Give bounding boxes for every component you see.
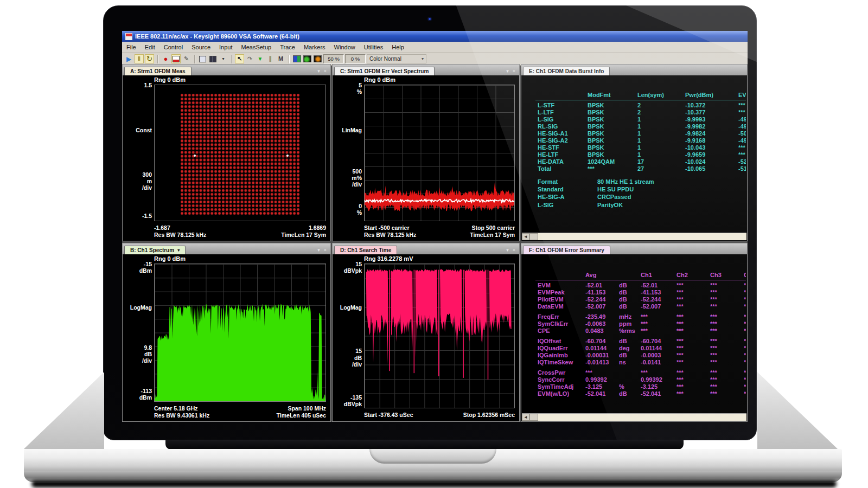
panel-ch1-spectrum: B: Ch1 Spectrum ▾ ▾ × Rng 0 dBm -15 dBm … — [122, 243, 331, 422]
y-axis-scale-label: 15 dB /div — [334, 348, 362, 367]
menu-item-help[interactable]: Help — [387, 43, 409, 51]
play-icon[interactable]: ▶ — [124, 54, 133, 63]
coupled-markers-icon[interactable]: ∥ — [266, 54, 275, 63]
col-modfmt: ModFmt — [588, 92, 637, 99]
tab-ch1-spectrum[interactable]: B: Ch1 Spectrum ▾ — [124, 246, 186, 254]
table-row: IQQuadErr0.01144deg0.01144********* — [538, 345, 746, 352]
y-axis-trace-format: LogMag — [124, 304, 152, 311]
tab-ofdm-meas[interactable]: A: Strm1 OFDM Meas — [124, 67, 192, 75]
threshold-percent-field[interactable]: 0 % — [345, 54, 366, 63]
info-row: L-SIGParityOK — [538, 201, 746, 209]
col-ch1: Ch1 — [641, 272, 676, 279]
header-underline — [535, 280, 746, 280]
menu-item-utilities[interactable]: Utilities — [360, 43, 387, 51]
timelen-label: TimeLen 17 Sym — [470, 232, 515, 239]
app-icon — [125, 33, 132, 40]
color-mode-select[interactable]: Color Normal ▾ — [367, 54, 426, 63]
error-vector-trace — [365, 85, 514, 221]
scrollbar-track[interactable] — [538, 233, 746, 240]
table-row: IQGainImb-0.00031dB-0.0003********* — [538, 352, 746, 359]
panel-d-tabbar: D: Ch1 Search Time ▾ × — [333, 243, 519, 254]
menu-item-source[interactable]: Source — [187, 43, 215, 51]
grid-display-dropdown-icon[interactable]: ▾ — [219, 54, 228, 63]
error-vector-plot[interactable] — [364, 85, 515, 221]
range-readout: Rng 0 dBm — [154, 255, 186, 262]
spectrum-plot[interactable] — [154, 264, 326, 402]
laptop-hinge — [165, 440, 684, 450]
constellation-plot[interactable] — [154, 85, 326, 221]
tab-ch1-search-time[interactable]: D: Ch1 Search Time — [334, 246, 397, 254]
colormap-dark-green-icon[interactable] — [303, 54, 312, 63]
panel-menu-icon[interactable]: ▾ — [317, 247, 320, 253]
panel-menu-icon[interactable]: ▾ — [506, 68, 509, 74]
marker-triangle-icon[interactable]: ▼ — [256, 54, 265, 63]
table-row: CPE0.0483%rms************ — [538, 328, 746, 335]
close-icon[interactable]: × — [513, 247, 515, 253]
tab-data-burst-info[interactable]: E: Ch1 OFDM Data Burst Info — [523, 67, 610, 75]
panel-menu-icon[interactable]: ▾ — [317, 68, 320, 74]
marker-m-icon[interactable]: M — [276, 54, 285, 63]
table-row: L-STFBPSK2-10.372*** — [538, 102, 746, 109]
horizontal-scrollbar[interactable]: ◄ — [522, 413, 746, 421]
scrollbar-thumb[interactable] — [529, 414, 538, 421]
horizontal-scrollbar[interactable]: ◄ — [522, 233, 746, 240]
table-row: HE-SIG-A2BPSK1-9.9168-49 — [538, 137, 746, 144]
restart-icon[interactable]: ↻ — [145, 54, 154, 63]
y-axis-top-label: 15 dBVpk — [334, 261, 362, 274]
color-mode-value: Color Normal — [369, 56, 401, 62]
panel-b-content: Rng 0 dBm -15 dBm LogMag 9.8 dB /div -11… — [123, 254, 330, 421]
table-row: EVM(w/LO)-52.041dB-52.041********* — [538, 390, 746, 397]
data-burst-table: ModFmt Len(sym) Pwr(dBm) EV L-STFBPSK2-1… — [538, 92, 746, 209]
menu-item-window[interactable]: Window — [330, 43, 360, 51]
trigger-icon[interactable] — [171, 54, 181, 63]
menu-item-input[interactable]: Input — [215, 43, 237, 51]
single-display-icon[interactable] — [198, 54, 207, 63]
menu-item-control[interactable]: Control — [159, 43, 187, 51]
table-row: Total***27-10.065-51 — [538, 165, 746, 172]
close-icon[interactable]: × — [324, 68, 327, 74]
tab-ofdm-error-summary[interactable]: F: Ch1 OFDM Error Summary — [523, 246, 610, 254]
range-readout: Rng 0 dBm — [364, 76, 395, 83]
scrollbar-track[interactable] — [538, 414, 746, 421]
close-icon[interactable]: × — [324, 247, 327, 253]
intensity-percent-field[interactable]: 50 % — [323, 54, 344, 63]
search-time-plot[interactable] — [364, 264, 515, 408]
menu-item-markers[interactable]: Markers — [299, 43, 330, 51]
pilot-point — [194, 155, 196, 157]
record-icon[interactable]: ● — [161, 54, 170, 63]
panel-c-content: Rng 0 dBm 5 % LinMag 500 m% /div 0 % Sta… — [333, 75, 519, 241]
menu-item-file[interactable]: File — [122, 43, 141, 51]
panel-a-tabbar: A: Strm1 OFDM Meas ▾ × — [123, 65, 330, 75]
col-ch3: Ch3 — [710, 272, 744, 279]
scrollbar-thumb[interactable] — [529, 233, 538, 240]
panel-d-buttons: ▾ × — [502, 247, 519, 254]
close-icon[interactable]: × — [513, 68, 515, 74]
table-row: SymClkErr-0.0063ppm************ — [538, 320, 746, 328]
col-len-sym: Len(sym) — [637, 92, 685, 99]
panel-b-tabbar: B: Ch1 Spectrum ▾ ▾ × — [123, 243, 330, 254]
panel-c-tabbar: C: Strm1 OFDM Err Vect Spectrum ▾ × — [333, 65, 519, 75]
col-ch4: C — [744, 272, 746, 279]
pan-icon[interactable]: ↷ — [245, 54, 254, 63]
toolbar-separator — [289, 55, 289, 63]
panel-menu-icon[interactable]: ▾ — [506, 247, 509, 253]
vsa-application-window: IEEE 802.11n/ac/ax - Keysight 89600 VSA … — [122, 31, 748, 422]
error-summary-table: Avg Ch1 Ch2 Ch3 C EVM-52.01dB-52.01*****… — [538, 272, 746, 397]
tab-err-vect-spectrum[interactable]: C: Strm1 OFDM Err Vect Spectrum — [334, 67, 435, 75]
table-row: IQTimeSkew-0.01413ns-0.0141********* — [538, 359, 746, 366]
toolbar-separator — [157, 55, 158, 63]
edit-marker-icon[interactable]: ✎ — [182, 54, 191, 63]
menu-item-meassetup[interactable]: MeasSetup — [237, 43, 276, 51]
pause-icon[interactable]: Ⅱ — [135, 54, 144, 63]
menu-item-edit[interactable]: Edit — [141, 43, 159, 51]
y-axis-top-label: -15 dBm — [124, 261, 152, 274]
menu-item-trace[interactable]: Trace — [276, 43, 299, 51]
x-axis-labels: Start -500 carrierStop 500 carrier Res B… — [364, 224, 515, 239]
scroll-left-icon[interactable]: ◄ — [522, 414, 529, 421]
colormap-dark-orange-icon[interactable] — [313, 54, 322, 63]
scroll-left-icon[interactable]: ◄ — [522, 233, 529, 240]
col-ch2: Ch2 — [676, 272, 710, 279]
select-cursor-icon[interactable]: ↖ — [235, 54, 244, 63]
colormap-blue-green-icon[interactable] — [292, 54, 302, 63]
grid-display-icon[interactable] — [208, 54, 218, 63]
